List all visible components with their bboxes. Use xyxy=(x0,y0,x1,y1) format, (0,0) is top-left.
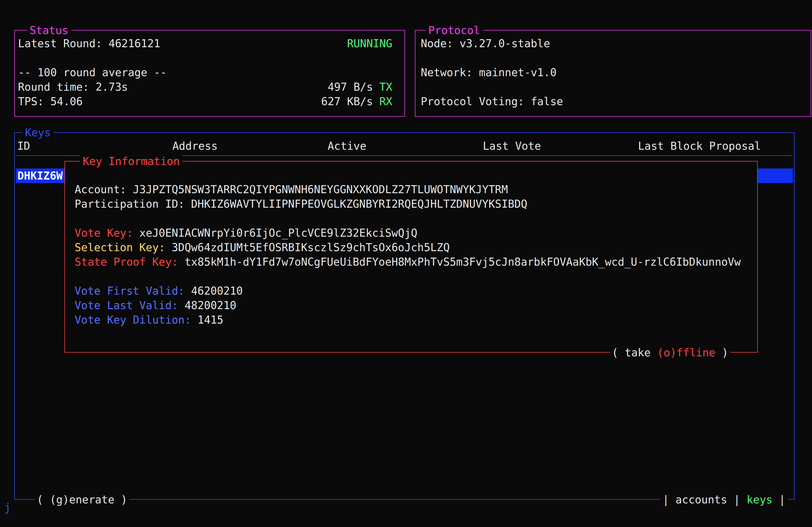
take-offline-prefix: ( take xyxy=(612,345,657,360)
tab-keys[interactable]: keys xyxy=(747,492,772,507)
tab-bar-pipe: | xyxy=(727,492,746,507)
tab-accounts[interactable]: accounts xyxy=(676,492,727,507)
selection-key-label: Selection Key: xyxy=(75,240,172,255)
tab-bar-pipe: | xyxy=(772,492,785,507)
round-time-text: Round time: 2.73s xyxy=(18,80,128,94)
tx-rate-group: 497 B/s TX xyxy=(328,80,392,94)
column-header-id: ID xyxy=(17,139,30,153)
protocol-voting-text: Protocol Voting: false xyxy=(421,94,563,109)
column-header-last-block-proposal: Last Block Proposal xyxy=(638,139,761,153)
node-version-line: Node: v3.27.0-stable xyxy=(421,36,799,51)
participation-id-label: Participation ID: xyxy=(75,197,191,211)
selected-row-id: DHKIZ6W xyxy=(17,169,63,182)
terminal-artifact-char: j xyxy=(4,500,11,515)
latest-round-text: Latest Round: 46216121 xyxy=(18,36,160,51)
account-label: Account: xyxy=(75,182,133,197)
status-panel-title: Status xyxy=(27,23,71,37)
keys-panel-title: Keys xyxy=(22,125,54,140)
vote-last-valid-value: 48200210 xyxy=(185,298,236,313)
take-offline-suffix: ) xyxy=(715,345,728,360)
protocol-panel-title: Protocol xyxy=(425,23,483,37)
status-panel: Status Latest Round: 46216121 RUNNING --… xyxy=(14,30,405,117)
selection-key-value: 3DQw64zdIUMt5EfOSRBIKsczlSz9chTsOx6oJch5… xyxy=(172,240,450,255)
spacer-line xyxy=(75,211,757,226)
column-header-active: Active xyxy=(328,139,366,153)
network-line: Network: mainnet-v1.0 xyxy=(421,65,799,80)
spacer-line xyxy=(421,80,799,94)
vote-key-dilution-line: Vote Key Dilution: 1415 xyxy=(75,313,757,327)
vote-first-valid-label: Vote First Valid: xyxy=(75,284,191,298)
generate-button-label: ( (g)enerate ) xyxy=(37,492,127,507)
tps-line: TPS: 54.06 627 KB/s RX xyxy=(18,94,392,109)
vote-last-valid-label: Vote Last Valid: xyxy=(75,298,185,313)
node-state-badge: RUNNING xyxy=(347,36,392,51)
protocol-panel: Protocol Node: v3.27.0-stable Network: m… xyxy=(415,30,811,117)
account-line: Account: J3JPZTQ5NSW3TARRC2QIYPGNWNH6NEY… xyxy=(75,182,757,197)
protocol-voting-line: Protocol Voting: false xyxy=(421,94,799,109)
column-header-last-vote: Last Vote xyxy=(483,139,541,153)
participation-id-line: Participation ID: DHKIZ6WAVTYLIIPNFPEOVG… xyxy=(75,197,757,211)
vote-last-valid-line: Vote Last Valid: 48200210 xyxy=(75,298,757,313)
node-version-text: Node: v3.27.0-stable xyxy=(421,36,550,51)
state-proof-key-line: State Proof Key: tx85kM1h-dY1Fd7w7oNCgFU… xyxy=(75,255,757,269)
round-time-line: Round time: 2.73s 497 B/s TX xyxy=(18,80,392,94)
take-offline-hotkey: (o)ffline xyxy=(657,345,715,360)
average-header-text: -- 100 round average -- xyxy=(18,65,167,80)
state-proof-key-value: tx85kM1h-dY1Fd7w7oNCgFUeUiBdFYoeH8MxPhTv… xyxy=(185,255,741,269)
rx-rate-value: 627 KB/s xyxy=(321,94,379,109)
column-header-address: Address xyxy=(172,139,218,153)
tx-rate-label: TX xyxy=(379,80,392,94)
vote-first-valid-line: Vote First Valid: 46200210 xyxy=(75,284,757,298)
participation-id-value: DHKIZ6WAVTYLIIPNFPEOVGLKZGNBYRI2RQEQJHLT… xyxy=(191,197,527,211)
rx-rate-label: RX xyxy=(379,94,392,109)
vote-first-valid-value: 46200210 xyxy=(191,284,243,298)
spacer-line xyxy=(421,51,799,65)
network-text: Network: mainnet-v1.0 xyxy=(421,65,557,80)
average-header-line: -- 100 round average -- xyxy=(18,65,392,80)
tps-text: TPS: 54.06 xyxy=(18,94,83,109)
spacer-line xyxy=(18,51,392,65)
tab-bar-pipe: | xyxy=(663,492,675,507)
vote-key-label: Vote Key: xyxy=(75,226,139,240)
tx-rate-value: 497 B/s xyxy=(328,80,379,94)
key-information-title: Key Information xyxy=(80,154,182,168)
state-proof-key-label: State Proof Key: xyxy=(75,255,185,269)
latest-round-line: Latest Round: 46216121 RUNNING xyxy=(18,36,392,51)
account-value: J3JPZTQ5NSW3TARRC2QIYPGNWNH6NEYGGNXXKODL… xyxy=(133,182,508,197)
vote-key-dilution-label: Vote Key Dilution: xyxy=(75,313,198,327)
generate-button[interactable]: ( (g)enerate ) xyxy=(35,492,129,507)
tab-bar: | accounts | keys | xyxy=(660,492,787,507)
take-offline-button[interactable]: ( take (o)ffline ) xyxy=(610,345,731,360)
selection-key-line: Selection Key: 3DQw64zdIUMt5EfOSRBIKsczl… xyxy=(75,240,757,255)
vote-key-line: Vote Key: xeJ0ENIACWNrpYi0r6IjOc_PlcVCE9… xyxy=(75,226,757,240)
vote-key-value: xeJ0ENIACWNrpYi0r6IjOc_PlcVCE9lZ32EkciSw… xyxy=(139,226,418,240)
spacer-line xyxy=(75,269,757,284)
key-information-modal: Key Information Account: J3JPZTQ5NSW3TAR… xyxy=(64,161,758,352)
vote-key-dilution-value: 1415 xyxy=(198,313,223,327)
rx-rate-group: 627 KB/s RX xyxy=(321,94,392,109)
